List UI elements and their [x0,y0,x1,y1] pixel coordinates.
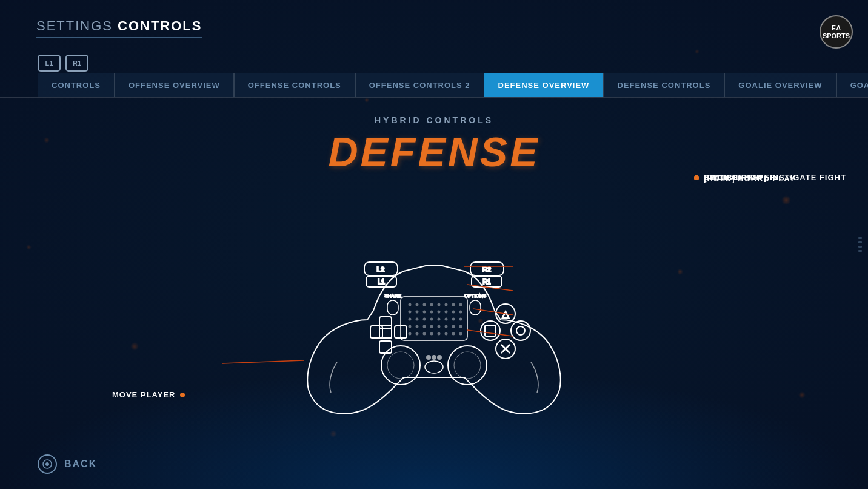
svg-point-41 [409,333,411,335]
tab-offense-controls-2[interactable]: OFFENSE CONTROLS 2 [355,73,484,97]
tab-divider [0,97,868,98]
svg-point-60 [481,321,500,340]
svg-point-29 [438,319,440,320]
svg-point-33 [409,326,411,328]
scroll-indicators [858,237,862,252]
svg-point-70 [454,352,481,379]
svg-rect-55 [370,326,382,338]
svg-point-24 [460,311,462,313]
controller-image: L2 L1 R2 R1 [270,198,598,419]
subtitle: HYBRID CONTROLS [375,115,493,125]
svg-point-23 [453,311,455,313]
svg-point-27 [424,319,426,320]
svg-point-26 [416,319,418,320]
svg-rect-53 [379,317,392,329]
back-button[interactable]: BACK [38,454,97,474]
svg-point-40 [460,326,462,328]
main-content: HYBRID CONTROLS DEFENSE L2 [0,106,868,440]
svg-point-9 [409,304,411,306]
svg-text:SHARE: SHARE [384,293,401,298]
svg-point-37 [438,326,440,328]
settings-label: SETTINGS [36,18,113,34]
svg-text:R2: R2 [482,266,491,273]
svg-point-18 [416,311,418,313]
tab-offense-overview[interactable]: OFFENSE OVERVIEW [115,73,234,97]
svg-point-15 [453,304,455,306]
svg-point-31 [453,319,455,320]
tab-controls[interactable]: CONTROLS [38,73,115,97]
tab-goalie-controls[interactable]: GOALIE CONTROLS [836,73,868,97]
svg-text:L2: L2 [377,266,385,273]
svg-rect-54 [379,341,392,353]
svg-point-14 [446,304,447,306]
svg-text:L1: L1 [378,278,385,285]
l1-button[interactable]: L1 [38,55,61,72]
controls-label: CONTROLS [118,18,202,34]
svg-rect-61 [485,325,496,336]
r1-button[interactable]: R1 [65,55,88,72]
svg-point-42 [416,333,418,335]
controller-area: L2 L1 R2 R1 [222,194,646,424]
svg-text:△: △ [502,309,510,319]
svg-point-13 [438,304,440,306]
svg-point-45 [438,333,440,335]
ea-logo: EASPORTS [820,15,853,49]
svg-point-39 [453,326,455,328]
svg-point-73 [438,356,441,359]
svg-point-16 [460,304,462,306]
svg-point-17 [409,311,411,313]
header-underline [36,37,202,38]
svg-point-10 [416,304,418,306]
svg-point-71 [427,356,430,359]
svg-point-63 [516,326,525,335]
svg-point-43 [424,333,426,335]
move-player-label: MOVE PLAYER [112,390,185,399]
right-labels: STICK LIFT [DOUBLE TAP] INSTIGATE FIGHT … [694,173,795,184]
svg-text:OPTIONS: OPTIONS [464,293,486,298]
svg-point-22 [446,311,447,313]
svg-rect-49 [387,300,398,315]
svg-point-34 [416,326,418,328]
tab-defense-overview[interactable]: DEFENSE OVERVIEW [484,73,604,97]
svg-rect-57 [379,326,392,338]
tab-defense-controls[interactable]: DEFENSE CONTROLS [603,73,724,97]
svg-point-48 [460,333,462,335]
svg-point-12 [431,304,433,306]
svg-point-38 [446,326,447,328]
svg-point-30 [446,319,447,320]
svg-point-46 [446,333,447,335]
svg-rect-51 [470,300,481,315]
svg-point-72 [432,356,436,359]
svg-point-81 [45,462,49,466]
svg-point-35 [424,326,426,328]
svg-point-28 [431,319,433,320]
svg-point-68 [387,352,414,379]
svg-point-32 [460,319,462,320]
back-label: BACK [64,459,97,470]
svg-point-25 [409,319,411,320]
tab-offense-controls[interactable]: OFFENSE CONTROLS [234,73,355,97]
tab-bar: CONTROLS OFFENSE OVERVIEW OFFENSE CONTRO… [38,73,868,97]
svg-point-47 [453,333,455,335]
back-icon [38,454,57,474]
main-title: DEFENSE [328,128,539,175]
svg-point-19 [424,311,426,313]
svg-point-20 [431,311,433,313]
bumper-row: L1 R1 [38,55,88,72]
svg-point-36 [431,326,433,328]
header: SETTINGS CONTROLS [36,18,202,34]
switch-player-label: SWITCH PLAYER [694,173,776,182]
svg-point-44 [431,333,433,335]
svg-text:R1: R1 [483,278,491,285]
svg-point-74 [425,361,443,373]
tab-goalie-overview[interactable]: GOALIE OVERVIEW [724,73,836,97]
svg-point-11 [424,304,426,306]
svg-point-21 [438,311,440,313]
